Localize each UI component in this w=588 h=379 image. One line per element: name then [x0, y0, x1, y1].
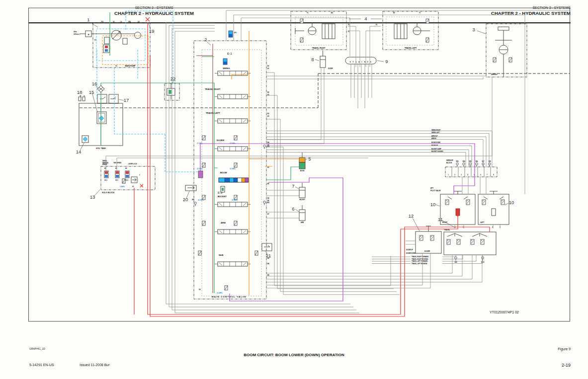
label-swing-right: SWING RIGHT	[431, 129, 441, 131]
manual-page: SECTION 3 - SYSTEMS CHAPTER 2 - HYDRAULI…	[0, 0, 588, 379]
svg-text:SE5: SE5	[469, 160, 472, 162]
boom-lower-pilot-element	[198, 171, 203, 178]
relief-39: 3.9MPa	[120, 186, 125, 188]
dozer-pilot-valve: DOZER DOZER UP DOZER DOWN	[406, 226, 441, 254]
svg-text:8: 8	[493, 174, 494, 176]
svg-text:SE3: SE3	[456, 160, 459, 162]
callout-15: 15	[89, 89, 94, 95]
bucket-cylinder: BUCKET	[299, 183, 305, 201]
port-pnl: PNL	[128, 21, 131, 23]
callout-5: 5	[308, 156, 311, 161]
e1-valve-lower	[223, 62, 227, 65]
solv-block-label: SOL/V BLOCK	[102, 192, 115, 194]
pilot-valve-left: LEFT P T	[478, 191, 509, 228]
label-dozer-up: DOZER UP	[406, 249, 413, 251]
section-swing: SWING	[223, 67, 230, 70]
travel-left-motor-label: TRAVEL LEFT	[405, 47, 417, 49]
callout-20: 20	[183, 197, 188, 202]
section-boom: BOOM	[220, 171, 227, 174]
drawing-number: YT01Z00074P1 02	[490, 310, 519, 314]
callout-7: 7	[292, 183, 294, 189]
callout-4: 4	[364, 16, 367, 21]
port-d4: D4	[199, 289, 201, 291]
pump-s1: S1	[115, 65, 117, 67]
df1-valve-lower	[229, 34, 233, 38]
se2-label: SE2	[267, 202, 270, 204]
sol-sv3: SV-3	[104, 179, 107, 181]
callout-6: 6	[292, 206, 294, 212]
suction-strainer-15	[99, 116, 104, 121]
arm-cyl-label: ARM	[301, 222, 304, 224]
pump-rpm: 2200min-1	[74, 33, 81, 35]
port-d1: D1	[113, 21, 115, 23]
port-b3: B3	[267, 113, 269, 115]
swing-motor-label: SWING	[491, 74, 498, 76]
machine-boundary-line	[80, 74, 570, 108]
callout-22: 22	[170, 76, 176, 81]
callout-9: 9	[385, 59, 388, 64]
svg-text:1: 1	[448, 174, 449, 176]
travel-motor-left: M1 T1 P2 TRAVEL LEFT	[376, 11, 438, 50]
att-label-1: ATT.	[430, 187, 434, 189]
svg-text:SE6: SE6	[475, 160, 478, 162]
sol-port-p1: P1	[132, 186, 134, 188]
solenoid-valves	[104, 171, 129, 178]
port-b2: B2	[267, 91, 269, 93]
hyd-tank-label: HYD. TANK	[96, 148, 106, 150]
svg-text:SE8: SE8	[488, 160, 491, 162]
label-trf: TRAVEL RIGHT FORWARD	[412, 256, 428, 258]
svg-text:3: 3	[461, 174, 462, 176]
sv2-function: LEVER LOCK	[128, 163, 137, 165]
travel-right-motor-label: TRAVEL RIGHT	[312, 47, 326, 49]
callout-3: 3	[472, 27, 475, 32]
bucket-relief-r: 32.5MPa	[232, 199, 238, 201]
figure-number: Figure 9	[558, 347, 571, 351]
port-m2: M2	[331, 12, 333, 14]
red-pilot-pressure-lines	[134, 22, 490, 316]
boom-relief-r: 32.5MPa	[230, 168, 236, 170]
main-pump-label: MAIN PUMP	[125, 65, 136, 67]
callout-2: 2	[204, 37, 207, 42]
sol-sv1: SV-1	[115, 179, 118, 181]
callout-8: 8	[311, 57, 314, 62]
callout-21: 21	[266, 253, 271, 258]
gray-hydraulic-lines	[101, 10, 570, 313]
sol-sv2: SV-2	[125, 179, 128, 181]
solenoid-valve-block: SWING PARKING BRAKE TWO-SPEED LEVER LOCK…	[101, 160, 155, 194]
port-dr: Dr	[121, 21, 122, 23]
boom-relief-l: 32.5MPa	[197, 168, 203, 170]
att-pilot-valves: ATT. PILOT VALVE RIGHT P T LEFT P T	[430, 187, 509, 228]
callout-19: 19	[149, 28, 155, 34]
pump-power: 43kw	[74, 31, 77, 33]
boom-cyl-label: BOOM	[300, 170, 305, 172]
drain-filter-14	[83, 137, 87, 142]
sensor-block-label-1: SENSOR	[446, 159, 453, 161]
callout-12: 12	[409, 213, 414, 219]
port-t2: T2	[307, 12, 309, 14]
figure-caption: BOOM CIRCUIT: BOOM LOWER (DOWN) OPERATIO…	[0, 353, 588, 357]
main-control-valve: DF1 E-1 SWING TRAVEL RIGHT TRAVEL LEFT D…	[185, 31, 272, 299]
port-a1: A1	[267, 68, 269, 70]
sv3-function-2: PARKING	[102, 162, 108, 164]
callouts: 1 2 3 4 5 6 7 8 9 10 10 11 12 13 14 15 1…	[76, 16, 514, 258]
dozer-cylinder: DOZER	[320, 51, 333, 70]
label-dozer-down: DOZER DOWN	[406, 252, 416, 254]
label-trr: TRAVEL RIGHT REVERSE	[412, 258, 428, 260]
sv3-function-1: SWING	[102, 160, 107, 162]
main-relief: 20.6MPa	[217, 292, 223, 294]
return-filter-16	[97, 85, 104, 92]
pilot-left-label: LEFT	[480, 222, 484, 224]
page-number: 2-19	[562, 363, 571, 368]
travel-pilot-valve: TRAVEL SE9 SE10	[444, 229, 496, 263]
port-b1: B1	[267, 65, 269, 67]
section-arm: ARM	[221, 222, 226, 224]
callout-16: 16	[92, 81, 97, 86]
svg-text:SE4: SE4	[462, 160, 465, 162]
sol-port-a2: A2	[125, 167, 127, 169]
pump-regulator-blue	[105, 49, 108, 52]
bucket-relief-l: 32.5MPa	[198, 199, 204, 201]
port-t1: T1	[419, 12, 421, 14]
callout-10-left: 10	[430, 202, 436, 207]
section-bucket: BUCKET	[218, 195, 227, 198]
rotary-port-letters: K F G A C B D H	[350, 61, 372, 63]
